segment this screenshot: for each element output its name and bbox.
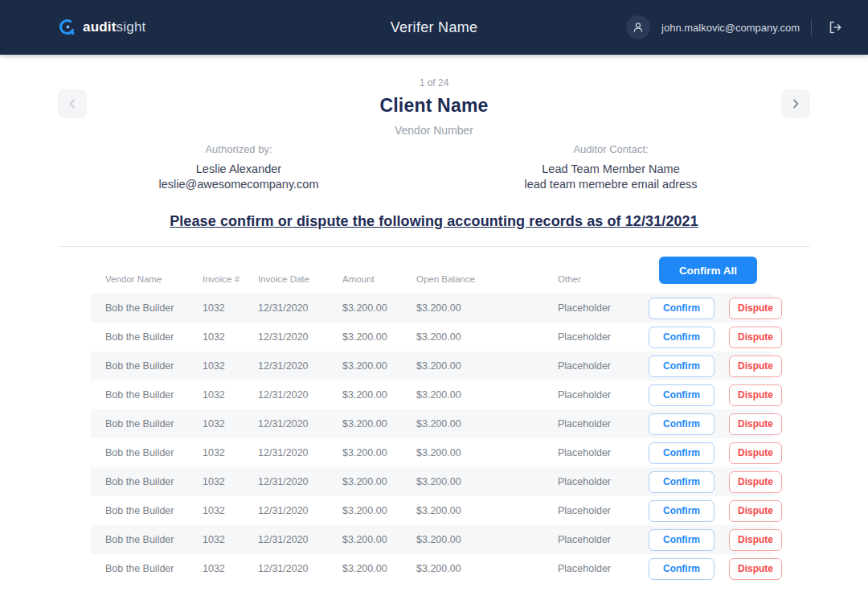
authorized-by-label: Authorized by: [110, 143, 367, 155]
cell-vendor-name: Bob the Builder [91, 505, 203, 516]
column-header-open-balance: Open Balance [416, 274, 558, 294]
cell-vendor-name: Bob the Builder [91, 418, 203, 429]
cell-invoice-date: 12/31/2020 [258, 302, 342, 314]
instruction-heading: Please confirm or dispute the following … [0, 213, 868, 230]
cell-vendor-name: Bob the Builder [91, 534, 203, 545]
cell-other: Placeholder [558, 505, 649, 516]
authorized-by-name: Leslie Alexander [110, 162, 367, 175]
cell-amount: $3.200.00 [342, 331, 416, 343]
row-actions: Confirm Dispute [649, 327, 798, 348]
confirm-button[interactable]: Confirm [649, 413, 714, 435]
dispute-button[interactable]: Dispute [729, 558, 782, 580]
cell-amount: $3.200.00 [342, 476, 416, 487]
cell-amount: $3.200.00 [342, 418, 416, 429]
cell-open-balance: $3.200.00 [416, 563, 558, 574]
cell-invoice-date: 12/31/2020 [258, 389, 342, 401]
dispute-button[interactable]: Dispute [729, 327, 782, 348]
logo-text-bold: audit [83, 19, 117, 35]
person-icon [632, 21, 645, 34]
chevron-left-icon [67, 98, 78, 109]
cell-vendor-name: Bob the Builder [91, 476, 203, 487]
cell-open-balance: $3.200.00 [416, 505, 558, 516]
dispute-button[interactable]: Dispute [729, 355, 782, 377]
confirm-button[interactable]: Confirm [649, 327, 714, 348]
chevron-right-icon [790, 98, 801, 109]
confirm-button[interactable]: Confirm [649, 355, 714, 377]
dispute-button[interactable]: Dispute [729, 471, 782, 493]
table-row: Bob the Builder 1032 12/31/2020 $3.200.0… [91, 380, 773, 409]
cell-invoice-date: 12/31/2020 [258, 360, 342, 372]
cell-invoice-number: 1032 [203, 563, 258, 574]
dispute-button[interactable]: Dispute [729, 442, 782, 464]
dispute-button[interactable]: Dispute [729, 384, 782, 406]
cell-amount: $3.200.00 [342, 302, 416, 314]
auditsight-logo-icon [58, 18, 77, 37]
prev-page-button[interactable] [58, 89, 87, 118]
user-area: john.malkovic@company.com [626, 15, 847, 39]
table-row: Bob the Builder 1032 12/31/2020 $3.200.0… [91, 294, 773, 323]
confirm-button[interactable]: Confirm [649, 471, 714, 493]
contacts-row: Authorized by: Leslie Alexander leslie@a… [0, 143, 868, 196]
row-actions: Confirm Dispute [649, 529, 798, 551]
cell-invoice-number: 1032 [203, 331, 258, 343]
table-row: Bob the Builder 1032 12/31/2020 $3.200.0… [91, 438, 773, 467]
logout-button[interactable] [823, 15, 847, 39]
confirm-button[interactable]: Confirm [649, 529, 714, 551]
row-actions: Confirm Dispute [649, 558, 798, 580]
next-page-button[interactable] [781, 89, 810, 118]
cell-open-balance: $3.200.00 [416, 418, 558, 429]
vendor-number: Vendor Number [0, 124, 868, 137]
confirm-button[interactable]: Confirm [649, 500, 714, 522]
confirm-button[interactable]: Confirm [649, 558, 714, 580]
cell-open-balance: $3.200.00 [416, 534, 558, 545]
cell-other: Placeholder [558, 534, 649, 545]
user-email: john.malkovic@company.com [661, 22, 800, 34]
row-actions: Confirm Dispute [649, 355, 798, 377]
cell-other: Placeholder [558, 418, 649, 429]
dispute-button[interactable]: Dispute [729, 500, 782, 522]
cell-invoice-number: 1032 [203, 302, 258, 314]
cell-open-balance: $3.200.00 [416, 447, 558, 458]
dispute-button[interactable]: Dispute [729, 413, 782, 435]
confirm-button[interactable]: Confirm [649, 442, 714, 464]
cell-open-balance: $3.200.00 [416, 476, 558, 487]
table-row: Bob the Builder 1032 12/31/2020 $3.200.0… [91, 525, 773, 554]
auditsight-logo: auditsight [58, 18, 146, 37]
authorized-by-block: Authorized by: Leslie Alexander leslie@a… [110, 143, 367, 191]
cell-other: Placeholder [558, 331, 649, 343]
logo-text-light: sight [117, 19, 146, 35]
cell-amount: $3.200.00 [342, 534, 416, 545]
client-name: Client Name [0, 95, 868, 117]
cell-amount: $3.200.00 [342, 505, 416, 516]
cell-invoice-number: 1032 [203, 360, 258, 372]
auditor-contact-email: lead team memebre email adress [482, 178, 739, 191]
cell-vendor-name: Bob the Builder [91, 563, 203, 574]
authorized-by-email: leslie@awesomecompany.com [110, 178, 367, 191]
cell-invoice-number: 1032 [203, 476, 258, 487]
confirm-button[interactable]: Confirm [649, 384, 714, 406]
cell-invoice-date: 12/31/2020 [258, 505, 342, 516]
cell-invoice-date: 12/31/2020 [258, 418, 342, 429]
cell-amount: $3.200.00 [342, 389, 416, 401]
cell-vendor-name: Bob the Builder [91, 360, 203, 372]
dispute-button[interactable]: Dispute [729, 298, 782, 319]
row-actions: Confirm Dispute [649, 413, 798, 435]
cell-vendor-name: Bob the Builder [91, 302, 203, 314]
confirm-all-button[interactable]: Confirm All [659, 257, 757, 284]
table-header-row: Vendor Name Invoice # Invoice Date Amoun… [91, 257, 773, 294]
table-row: Bob the Builder 1032 12/31/2020 $3.200.0… [91, 351, 773, 380]
auditor-contact-name: Lead Team Member Name [482, 162, 739, 175]
table-row: Bob the Builder 1032 12/31/2020 $3.200.0… [91, 496, 773, 525]
dispute-button[interactable]: Dispute [729, 529, 782, 551]
top-bar: auditsight Verifer Name john.malkovic@co… [0, 0, 868, 55]
cell-amount: $3.200.00 [342, 563, 416, 574]
confirm-button[interactable]: Confirm [649, 298, 714, 319]
row-actions: Confirm Dispute [649, 384, 798, 406]
column-header-vendor-name: Vendor Name [91, 274, 203, 294]
avatar [626, 15, 650, 39]
cell-open-balance: $3.200.00 [416, 389, 558, 401]
logo-text: auditsight [83, 19, 146, 35]
cell-other: Placeholder [558, 389, 649, 401]
column-header-invoice-date: Invoice Date [258, 274, 342, 294]
row-actions: Confirm Dispute [649, 471, 798, 493]
